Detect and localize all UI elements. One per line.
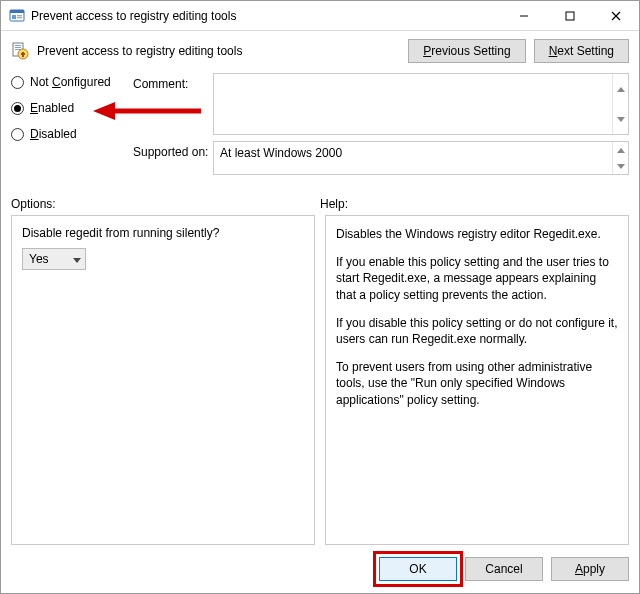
radio-label: Not Configured	[30, 75, 111, 89]
supported-scroll-arrows	[612, 142, 628, 174]
svg-marker-20	[617, 148, 625, 153]
help-panel: Disables the Windows registry editor Reg…	[325, 215, 629, 545]
previous-setting-button[interactable]: Previous Setting	[408, 39, 525, 63]
minimize-button[interactable]	[501, 1, 547, 30]
policy-icon	[11, 42, 29, 60]
radio-circle-icon	[11, 128, 24, 141]
supported-on-label: Supported on:	[133, 141, 213, 159]
help-paragraph: Disables the Windows registry editor Reg…	[336, 226, 618, 242]
policy-dialog: Prevent access to registry editing tools	[0, 0, 640, 594]
app-icon	[9, 8, 25, 24]
radio-label: Enabled	[30, 101, 74, 115]
maximize-button[interactable]	[547, 1, 593, 30]
window-buttons	[501, 1, 639, 30]
radio-circle-icon	[11, 76, 24, 89]
svg-marker-21	[617, 164, 625, 169]
ok-button[interactable]: OK	[379, 557, 457, 581]
state-radio-group: Not Configured Enabled Disabled	[11, 73, 133, 141]
chevron-down-icon	[73, 252, 81, 266]
supported-on-value: At least Windows 2000	[220, 146, 342, 160]
window-title: Prevent access to registry editing tools	[31, 9, 501, 23]
svg-rect-11	[15, 47, 21, 48]
scroll-up-icon[interactable]	[613, 142, 628, 158]
radio-not-configured[interactable]: Not Configured	[11, 75, 133, 89]
titlebar: Prevent access to registry editing tools	[1, 1, 639, 31]
policy-header: Prevent access to registry editing tools…	[1, 31, 639, 73]
regedit-silent-select[interactable]: Yes	[22, 248, 86, 270]
next-setting-button[interactable]: Next Setting	[534, 39, 629, 63]
apply-button[interactable]: Apply	[551, 557, 629, 581]
help-paragraph: If you enable this policy setting and th…	[336, 254, 618, 303]
svg-rect-10	[15, 45, 21, 46]
comment-scroll-arrows	[612, 74, 628, 134]
option-row-label: Disable regedit from running silently?	[22, 226, 304, 240]
section-labels: Options: Help:	[1, 189, 639, 215]
radio-enabled[interactable]: Enabled	[11, 101, 133, 115]
help-label: Help:	[320, 197, 629, 211]
dialog-button-row: OK Cancel Apply	[1, 545, 639, 593]
svg-rect-15	[21, 53, 25, 55]
options-label: Options:	[11, 197, 320, 211]
svg-rect-1	[10, 10, 24, 13]
comment-label: Comment:	[133, 73, 213, 91]
scroll-down-icon[interactable]	[613, 104, 628, 134]
svg-marker-19	[617, 117, 625, 122]
comment-field[interactable]	[213, 73, 629, 135]
cancel-button[interactable]: Cancel	[465, 557, 543, 581]
svg-rect-2	[12, 15, 16, 19]
radio-label: Disabled	[30, 127, 77, 141]
config-area: Not Configured Enabled Disabled Comment:	[1, 73, 639, 189]
panels: Disable regedit from running silently? Y…	[1, 215, 639, 545]
svg-marker-18	[617, 87, 625, 92]
svg-rect-4	[17, 17, 22, 18]
help-paragraph: To prevent users from using other admini…	[336, 359, 618, 408]
help-paragraph: If you disable this policy setting or do…	[336, 315, 618, 347]
svg-rect-3	[17, 15, 22, 16]
radio-disabled[interactable]: Disabled	[11, 127, 133, 141]
options-panel: Disable regedit from running silently? Y…	[11, 215, 315, 545]
svg-rect-6	[566, 12, 574, 20]
radio-circle-icon	[11, 102, 24, 115]
scroll-up-icon[interactable]	[613, 74, 628, 104]
select-value: Yes	[29, 252, 49, 266]
close-button[interactable]	[593, 1, 639, 30]
supported-on-field: At least Windows 2000	[213, 141, 629, 175]
policy-title: Prevent access to registry editing tools	[37, 44, 400, 58]
scroll-down-icon[interactable]	[613, 158, 628, 174]
svg-marker-22	[73, 258, 81, 263]
